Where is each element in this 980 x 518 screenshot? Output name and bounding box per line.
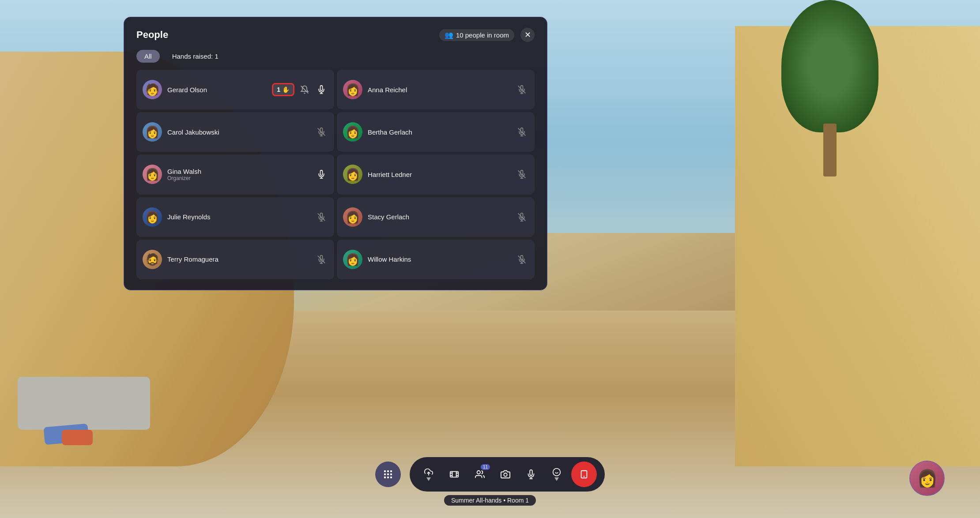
person-name-julie: Julie Reynolds xyxy=(167,213,309,221)
notification-icon-gerard[interactable] xyxy=(298,83,311,96)
avatar-harriett: 👩 xyxy=(343,165,362,184)
person-info-harriett: Harriett Ledner xyxy=(368,171,510,178)
mic-icon-anna[interactable] xyxy=(515,83,528,96)
svg-rect-40 xyxy=(450,472,458,477)
tree-trunk xyxy=(823,124,837,176)
person-row-terry: 🧔 Terry Romaguera xyxy=(136,240,334,279)
person-actions-gina xyxy=(315,168,328,181)
person-row-carol: 👩 Carol Jakubowski xyxy=(136,112,334,152)
person-name-gerard: Gerard Olson xyxy=(167,86,267,94)
mic-button[interactable] xyxy=(520,463,542,485)
people-group-icon: 👥 xyxy=(445,31,453,39)
avatar-face-anna: 👩 xyxy=(346,84,360,95)
avatar-julie: 👩 xyxy=(143,207,162,227)
filter-row: All Hands raised: 1 xyxy=(136,50,535,63)
person-info-anna: Anna Reichel xyxy=(368,86,510,94)
person-row-gerard: 🧑 Gerard Olson 1 ✋ xyxy=(136,70,334,109)
camera-button[interactable] xyxy=(494,463,516,485)
person-info-bertha: Bertha Gerlach xyxy=(368,128,510,136)
person-actions-gerard: 1 ✋ xyxy=(272,83,328,96)
grid-view-button[interactable] xyxy=(375,462,401,487)
mic-icon-willow[interactable] xyxy=(515,253,528,266)
person-name-harriett: Harriett Ledner xyxy=(368,171,510,178)
svg-point-47 xyxy=(477,471,480,474)
avatar-bertha: 👩 xyxy=(343,122,362,142)
avatar-willow: 👩 xyxy=(343,250,362,269)
people-button[interactable]: 11 xyxy=(469,463,491,485)
svg-rect-30 xyxy=(387,470,389,472)
people-grid: 🧑 Gerard Olson 1 ✋ xyxy=(136,70,535,279)
person-actions-stacy xyxy=(515,210,528,224)
room-label: Summer All-hands • Room 1 xyxy=(444,495,536,506)
person-name-carol: Carol Jakubowski xyxy=(167,128,309,136)
mic-icon-julie[interactable] xyxy=(315,210,328,224)
avatar-face-harriett: 👩 xyxy=(346,169,360,180)
mic-icon-gina[interactable] xyxy=(315,168,328,181)
tree-foliage xyxy=(781,0,878,132)
person-row-bertha: 👩 Bertha Gerlach xyxy=(337,112,535,152)
svg-rect-33 xyxy=(387,473,389,475)
person-row-stacy: 👩 Stacy Gerlach xyxy=(337,197,535,237)
film-button[interactable] xyxy=(443,463,465,485)
avatar-face-gina: 👩 xyxy=(145,169,159,180)
person-actions-harriett xyxy=(515,168,528,181)
svg-rect-37 xyxy=(390,477,392,478)
mic-icon-bertha[interactable] xyxy=(515,125,528,139)
people-count-badge: 👥 10 people in room xyxy=(439,29,514,41)
person-info-terry: Terry Romaguera xyxy=(167,255,309,263)
person-name-stacy: Stacy Gerlach xyxy=(368,213,510,221)
svg-rect-29 xyxy=(384,470,386,472)
hand-raised-badge-gerard[interactable]: 1 ✋ xyxy=(272,83,294,96)
svg-point-48 xyxy=(504,473,507,476)
mic-icon-carol[interactable] xyxy=(315,125,328,139)
avatar-face-willow: 👩 xyxy=(346,254,360,265)
share-button[interactable] xyxy=(418,463,440,485)
svg-marker-54 xyxy=(554,477,559,481)
bg-tree xyxy=(768,0,892,176)
tab-hands-raised[interactable]: Hands raised: 1 xyxy=(164,50,226,63)
avatar-face-gerard: 🧑 xyxy=(145,84,159,95)
close-button[interactable]: ✕ xyxy=(520,28,535,42)
avatar-face-bertha: 👩 xyxy=(346,126,360,138)
self-avatar-emoji: 👩 xyxy=(917,469,938,488)
person-name-terry: Terry Romaguera xyxy=(167,255,309,263)
panel-title: People xyxy=(136,29,168,41)
person-row-gina: 👩 Gina Walsh Organizer xyxy=(136,154,334,194)
svg-rect-35 xyxy=(384,477,386,478)
mic-icon-terry[interactable] xyxy=(315,253,328,266)
person-actions-julie xyxy=(315,210,328,224)
mic-icon-harriett[interactable] xyxy=(515,168,528,181)
svg-rect-31 xyxy=(390,470,392,472)
svg-marker-39 xyxy=(426,477,431,481)
end-call-button[interactable] xyxy=(571,462,597,487)
avatar-face-terry: 🧔 xyxy=(145,254,159,265)
person-info-willow: Willow Harkins xyxy=(368,255,510,263)
person-name-bertha: Bertha Gerlach xyxy=(368,128,510,136)
avatar-gina: 👩 xyxy=(143,165,162,184)
tab-all[interactable]: All xyxy=(136,50,160,63)
mic-icon-gerard[interactable] xyxy=(315,83,328,96)
person-actions-anna xyxy=(515,83,528,96)
person-info-stacy: Stacy Gerlach xyxy=(368,213,510,221)
person-name-anna: Anna Reichel xyxy=(368,86,510,94)
person-info-gina: Gina Walsh Organizer xyxy=(167,168,309,181)
person-row-willow: 👩 Willow Harkins xyxy=(337,240,535,279)
svg-rect-36 xyxy=(387,477,389,478)
hand-emoji: ✋ xyxy=(282,86,290,93)
mic-icon-stacy[interactable] xyxy=(515,210,528,224)
person-actions-willow xyxy=(515,253,528,266)
avatar-stacy: 👩 xyxy=(343,207,362,227)
svg-rect-34 xyxy=(390,473,392,475)
avatar-face-carol: 👩 xyxy=(145,126,159,138)
person-info-julie: Julie Reynolds xyxy=(167,213,309,221)
svg-rect-32 xyxy=(384,473,386,475)
bg-cushion-orange xyxy=(62,430,93,445)
person-name-willow: Willow Harkins xyxy=(368,255,510,263)
bottom-bar: 11 xyxy=(375,457,605,492)
avatar-face-stacy: 👩 xyxy=(346,211,360,223)
emoji-button[interactable] xyxy=(546,463,568,485)
avatar-terry: 🧔 xyxy=(143,250,162,269)
avatar-face-julie: 👩 xyxy=(145,211,159,223)
avatar-anna: 👩 xyxy=(343,80,362,99)
people-count-text: 10 people in room xyxy=(456,31,509,39)
